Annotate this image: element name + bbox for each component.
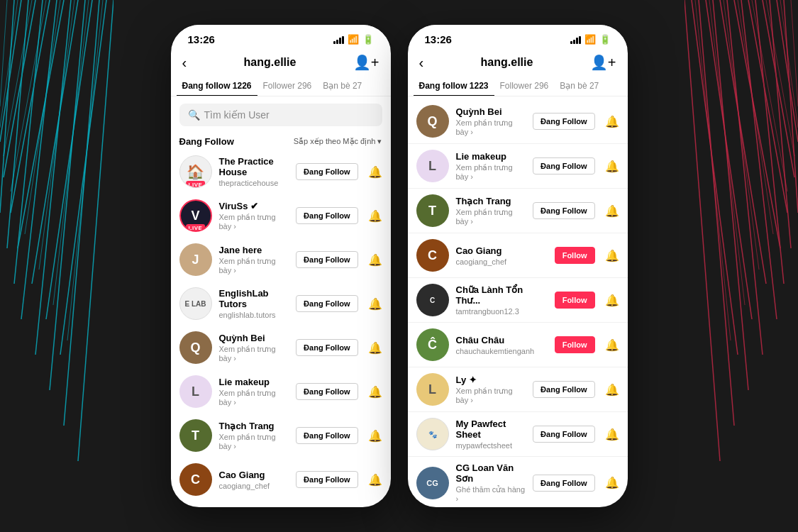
bell-icon[interactable]: 🔔 <box>368 209 382 223</box>
back-button-left[interactable]: ‹ <box>182 55 187 71</box>
bell-icon[interactable]: 🔔 <box>368 341 382 355</box>
bell-icon[interactable]: 🔔 <box>605 383 619 397</box>
follow-button[interactable]: Follow <box>555 247 595 264</box>
signal-icon-right <box>570 35 581 44</box>
follow-button[interactable]: Đang Follow <box>533 381 594 398</box>
bell-icon[interactable]: 🔔 <box>368 297 382 311</box>
svg-line-16 <box>0 0 18 128</box>
follow-button[interactable]: Đang Follow <box>296 383 358 400</box>
list-item: T Thạch Trang Xem phần trưng bày › Đang … <box>171 414 391 458</box>
tabs-left: Đang follow 1226 Follower 296 Bạn bè 27 <box>171 71 391 96</box>
user-sub: thepracticehouse <box>219 179 289 187</box>
status-bar-left: 13:26 📶 🔋 <box>171 25 391 48</box>
tab-following-left[interactable]: Đang follow 1226 <box>177 77 257 96</box>
user-name: CG Loan Văn Sơn <box>456 462 526 484</box>
follow-button[interactable]: Đang Follow <box>533 113 594 130</box>
list-item: C Cao Giang caogiang_chef Follow 🔔 <box>408 233 628 278</box>
follow-button[interactable]: Đang Follow <box>296 295 358 312</box>
battery-icon-right: 🔋 <box>599 34 611 45</box>
tab-friends-left[interactable]: Bạn bè 27 <box>317 77 367 96</box>
bell-icon[interactable]: 🔔 <box>368 473 382 487</box>
sort-dropdown-left[interactable]: Sắp xếp theo Mặc định ▾ <box>294 137 382 146</box>
bell-icon[interactable]: 🔔 <box>368 253 382 267</box>
tab-followers-left[interactable]: Follower 296 <box>257 77 318 96</box>
back-button-right[interactable]: ‹ <box>419 55 424 71</box>
bell-icon[interactable]: 🔔 <box>605 428 619 441</box>
follow-button[interactable]: Đang Follow <box>533 426 594 443</box>
user-sub: englishlab.tutors <box>219 311 289 319</box>
svg-line-8 <box>0 0 21 142</box>
list-item: Ĉ Châu Châu chauchaukemtienganh Follow 🔔 <box>408 323 628 367</box>
list-item: C Cao Giang caogiang_chef Đang Follow 🔔 <box>171 458 391 501</box>
avatar: L <box>179 375 212 408</box>
bell-icon[interactable]: 🔔 <box>368 385 382 399</box>
tab-following-right[interactable]: Đang follow 1223 <box>414 77 494 96</box>
status-time-right: 13:26 <box>425 33 452 45</box>
user-sub: Xem phần trưng bày › <box>456 118 526 136</box>
following-label-left: Đang Follow <box>179 136 234 147</box>
svg-line-7 <box>78 0 113 461</box>
svg-line-17 <box>4 0 32 156</box>
user-sub: Xem phần trưng bày › <box>456 208 526 226</box>
bell-icon[interactable]: 🔔 <box>368 165 382 179</box>
tab-followers-right[interactable]: Follower 296 <box>494 77 555 96</box>
follow-button[interactable]: Đang Follow <box>296 471 358 488</box>
svg-line-5 <box>50 0 85 390</box>
follow-button[interactable]: Follow <box>555 292 595 309</box>
user-sub: Xem phần trưng bày › <box>456 387 526 404</box>
user-name: Lie makeup <box>219 377 289 387</box>
follow-button[interactable]: Đang Follow <box>296 427 358 444</box>
user-name: The Practice House <box>219 156 289 177</box>
tab-friends-right[interactable]: Bạn bè 27 <box>554 77 604 96</box>
avatar: Ĉ <box>416 328 449 361</box>
svg-line-45 <box>695 0 731 340</box>
svg-line-20 <box>39 0 74 270</box>
user-name: ViruSs ✔ <box>219 201 289 211</box>
add-user-button-right[interactable]: 👤+ <box>590 54 616 71</box>
follow-button[interactable]: Đang Follow <box>296 163 358 180</box>
list-item: V LIVE ViruSs ✔ Xem phần trưng bày › Đan… <box>171 194 391 238</box>
bell-icon[interactable]: 🔔 <box>605 249 619 262</box>
svg-line-13 <box>46 0 92 319</box>
follow-button[interactable]: Follow <box>555 336 595 353</box>
user-info: My Pawfect Sheet mypawfectsheet <box>456 419 526 450</box>
follow-button[interactable]: Đang Follow <box>296 339 358 356</box>
user-name: Thạch Trang <box>219 421 289 431</box>
follow-button[interactable]: Đang Follow <box>296 207 358 224</box>
add-user-button-left[interactable]: 👤+ <box>353 54 379 71</box>
svg-line-43 <box>724 0 759 270</box>
avatar: C <box>179 463 212 496</box>
svg-line-15 <box>0 0 7 106</box>
svg-line-38 <box>791 0 798 106</box>
user-info: Châu Châu chauchaukemtienganh <box>456 335 548 355</box>
list-item: Q Quỳnh Bei Xem phần trưng bày › Đang Fo… <box>171 326 391 370</box>
bell-icon[interactable]: 🔔 <box>605 476 619 489</box>
follow-button[interactable]: Đang Follow <box>533 202 594 219</box>
bell-icon[interactable]: 🔔 <box>605 115 619 128</box>
bell-icon[interactable]: 🔔 <box>605 204 619 218</box>
user-info: Cao Giang caogiang_chef <box>456 245 548 266</box>
follow-button[interactable]: Đang Follow <box>296 251 358 268</box>
avatar: C <box>416 284 449 316</box>
search-bar-left[interactable]: 🔍 Tìm kiếm User <box>179 104 382 126</box>
user-info: ViruSs ✔ Xem phần trưng bày › <box>219 201 289 231</box>
header-right: ‹ hang.ellie 👤+ <box>408 48 628 71</box>
user-info: Cao Giang caogiang_chef <box>219 470 289 490</box>
user-sub: Xem phần trưng bày › <box>219 345 289 362</box>
follow-button[interactable]: Đang Follow <box>533 475 594 492</box>
bell-icon[interactable]: 🔔 <box>368 429 382 443</box>
bell-icon[interactable]: 🔔 <box>605 160 619 173</box>
follow-button[interactable]: Đang Follow <box>533 157 594 174</box>
avatar: J <box>179 243 212 276</box>
user-sub: Ghé thăm cửa hàng › <box>456 485 526 503</box>
bell-icon[interactable]: 🔔 <box>605 338 619 352</box>
user-name: Thạch Trang <box>456 196 526 206</box>
svg-line-12 <box>32 0 78 284</box>
user-info: Chữa Lành Tổn Thư... tamtrangbuon12.3 <box>456 284 548 316</box>
bell-icon[interactable]: 🔔 <box>605 294 619 307</box>
avatar: T <box>179 419 212 452</box>
user-info: Quỳnh Bei Xem phần trưng bày › <box>219 333 289 362</box>
signal-icon-left <box>333 35 344 44</box>
user-sub: Xem phần trưng bày › <box>219 213 289 231</box>
user-name: Jane here <box>219 245 289 255</box>
